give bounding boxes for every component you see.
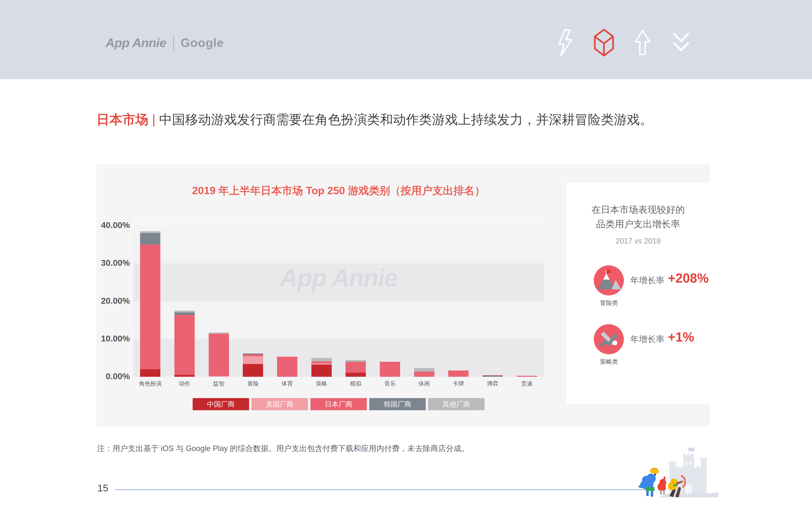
page-title: 日本市场|中国移动游戏发行商需要在角色扮演类和动作类游戏上持续发力，并深耕冒险类… [96, 111, 726, 128]
bar-竞速 [517, 215, 537, 377]
bar-segment-中国厂商 [243, 364, 263, 377]
footnote: 注：用户支出基于 iOS 与 Google Play 的综合数据。用户支出包含付… [97, 443, 625, 454]
bar-segment-其他厂商 [209, 333, 229, 334]
bar-segment-日本厂商 [346, 362, 366, 373]
footer-divider-line [115, 489, 646, 490]
bar-segment-美国厂商 [209, 376, 229, 377]
bar-segment-日本厂商 [414, 371, 434, 377]
y-axis-tick-label: 0.00% [61, 371, 130, 381]
logo-divider [173, 35, 174, 51]
bar-segment-韩国厂商 [243, 354, 263, 355]
bar-segment-韩国厂商 [174, 312, 195, 315]
x-axis-label: 竞速 [510, 380, 544, 388]
bar-segment-其他厂商 [174, 311, 195, 312]
x-axis-label: 卡牌 [441, 380, 475, 388]
bar-角色扮演 [140, 215, 161, 377]
x-axis-label: 益智 [202, 380, 236, 388]
lightning-icon[interactable] [552, 28, 579, 57]
bar-segment-其他厂商 [414, 368, 434, 371]
legend-item-日本厂商: 日本厂商 [310, 398, 367, 410]
bar-segment-日本厂商 [311, 361, 332, 363]
legend-item-美国厂商: 美国厂商 [252, 398, 308, 410]
stat-adventure: 冒险类 年增长率 +208% [567, 265, 710, 314]
bar-segment-中国厂商 [140, 369, 161, 377]
page-title-text: 中国移动游戏发行商需要在角色扮演类和动作类游戏上持续发力，并深耕冒险类游戏。 [159, 112, 653, 127]
bar-segment-中国厂商 [346, 373, 366, 377]
stat-value: +1% [668, 330, 694, 344]
legend-item-其他厂商: 其他厂商 [428, 398, 485, 410]
legend-item-韩国厂商: 韩国厂商 [369, 398, 426, 410]
double-chevron-down-icon[interactable] [668, 28, 694, 57]
stat-category: 冒险类 [579, 299, 639, 307]
bar-segment-韩国厂商 [140, 233, 161, 244]
bar-模拟 [346, 215, 366, 377]
bar-segment-美国厂商 [243, 356, 263, 364]
stats-subtitle: 2017 vs 2018 [567, 237, 710, 245]
stats-panel: 在日本市场表现较好的 品类用户支出增长率 2017 vs 2018 冒险类 年增… [567, 183, 710, 404]
stats-title: 在日本市场表现较好的 品类用户支出增长率 [567, 203, 710, 232]
google-logo: Google [181, 36, 224, 50]
y-axis-tick-label: 30.00% [61, 258, 130, 268]
x-axis-label: 模拟 [339, 380, 373, 388]
stat-strategy: 策略类 年增长率 +1% [567, 324, 710, 373]
stat-label: 年增长率 [630, 334, 664, 345]
bar-segment-日本厂商 [209, 334, 229, 376]
bar-动作 [174, 215, 195, 377]
x-axis-label: 博弈 [475, 380, 510, 388]
bar-音乐 [380, 215, 400, 377]
y-axis-tick-label: 10.00% [61, 334, 130, 343]
bar-segment-其他厂商 [140, 231, 161, 233]
bar-segment-日本厂商 [448, 370, 468, 377]
bar-segment-日本厂商 [277, 357, 297, 377]
bar-休闲 [414, 215, 434, 377]
stat-category: 策略类 [579, 358, 639, 366]
brand-logos: App Annie Google [106, 32, 224, 53]
bar-体育 [277, 215, 297, 377]
bar-博弈 [483, 215, 503, 377]
appannie-logo: App Annie [106, 35, 166, 50]
bar-segment-中国厂商 [311, 365, 332, 377]
chart-legend: 中国厂商美国厂商日本厂商韩国厂商其他厂商 [133, 398, 544, 410]
stacked-bar-chart [133, 215, 544, 377]
strategy-icon [594, 324, 624, 354]
bar-segment-韩国厂商 [483, 375, 503, 377]
bar-segment-日本厂商 [174, 315, 195, 375]
x-axis-label: 角色扮演 [133, 380, 168, 388]
bar-segment-日本厂商 [517, 376, 537, 377]
x-axis-label: 休闲 [407, 380, 441, 388]
bar-卡牌 [448, 215, 468, 377]
bar-segment-日本厂商 [380, 362, 400, 377]
page-title-highlight: 日本市场 [96, 112, 148, 127]
arrow-up-icon[interactable] [629, 28, 656, 57]
bar-segment-日本厂商 [140, 244, 161, 369]
bar-segment-中国厂商 [174, 375, 195, 377]
report-page: App Annie Google [0, 0, 812, 519]
y-axis-tick-label: 20.00% [61, 296, 130, 306]
mountain-icon [594, 265, 624, 296]
legend-item-中国厂商: 中国厂商 [193, 398, 249, 410]
x-axis-label: 策略 [304, 380, 339, 388]
castle-illustration [633, 446, 718, 508]
header-band: App Annie Google [0, 0, 812, 79]
bar-策略 [311, 215, 332, 377]
x-axis-label: 音乐 [373, 380, 407, 388]
cube-icon[interactable] [591, 28, 617, 57]
chart-title: 2019 年上半年日本市场 Top 250 游戏类别（按用户支出排名） [133, 184, 544, 198]
stat-label: 年增长率 [630, 275, 664, 286]
bar-益智 [209, 215, 229, 377]
x-axis-label: 冒险 [236, 380, 270, 388]
page-title-separator: | [148, 112, 159, 127]
bar-冒险 [243, 215, 263, 377]
bar-segment-日本厂商 [243, 355, 263, 356]
bar-segment-美国厂商 [311, 363, 332, 365]
x-axis-label: 动作 [168, 380, 202, 388]
x-axis-label: 体育 [270, 380, 304, 388]
bar-segment-其他厂商 [346, 360, 366, 362]
stat-value: +208% [668, 271, 709, 286]
bar-segment-日本厂商 [483, 375, 503, 376]
page-number: 15 [97, 483, 108, 494]
bar-segment-其他厂商 [311, 358, 332, 361]
y-axis-tick-label: 40.00% [61, 220, 130, 230]
